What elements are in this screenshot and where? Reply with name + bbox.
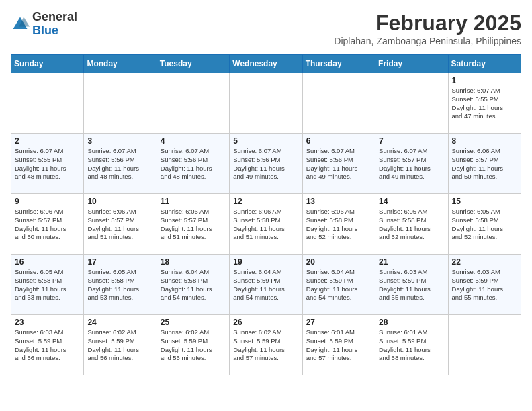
weekday-header: Saturday [448, 55, 521, 73]
day-info: Sunrise: 6:04 AM Sunset: 5:59 PM Dayligh… [233, 268, 298, 302]
day-info: Sunrise: 6:02 AM Sunset: 5:59 PM Dayligh… [233, 328, 298, 363]
day-info: Sunrise: 6:07 AM Sunset: 5:56 PM Dayligh… [233, 147, 298, 181]
day-number: 4 [161, 136, 226, 146]
day-number: 12 [233, 197, 298, 206]
calendar-cell [302, 73, 375, 134]
day-number: 20 [306, 257, 371, 267]
day-info: Sunrise: 6:03 AM Sunset: 5:59 PM Dayligh… [15, 328, 80, 363]
calendar-week-row: 1Sunrise: 6:07 AM Sunset: 5:55 PM Daylig… [11, 73, 521, 134]
calendar-cell: 15Sunrise: 6:05 AM Sunset: 5:58 PM Dayli… [448, 194, 521, 255]
calendar-cell [230, 73, 302, 134]
calendar-cell: 2Sunrise: 6:07 AM Sunset: 5:55 PM Daylig… [11, 134, 84, 194]
calendar-cell: 12Sunrise: 6:06 AM Sunset: 5:58 PM Dayli… [230, 194, 302, 255]
day-number: 14 [379, 197, 444, 206]
day-number: 17 [87, 257, 152, 267]
day-number: 18 [161, 257, 226, 267]
logo-text: General Blue [32, 11, 77, 38]
logo: General Blue [11, 11, 77, 38]
day-info: Sunrise: 6:01 AM Sunset: 5:59 PM Dayligh… [306, 328, 371, 363]
location: Diplahan, Zamboanga Peninsula, Philippin… [334, 36, 521, 46]
calendar-cell [375, 73, 448, 134]
calendar-week-row: 23Sunrise: 6:03 AM Sunset: 5:59 PM Dayli… [11, 315, 521, 375]
weekday-header: Monday [84, 55, 157, 73]
day-number: 1 [452, 76, 517, 85]
calendar-cell: 3Sunrise: 6:07 AM Sunset: 5:56 PM Daylig… [84, 134, 157, 194]
logo-blue: Blue [32, 24, 58, 37]
calendar-cell [84, 73, 157, 134]
calendar-cell: 9Sunrise: 6:06 AM Sunset: 5:57 PM Daylig… [11, 194, 84, 255]
calendar-cell [11, 73, 84, 134]
day-info: Sunrise: 6:06 AM Sunset: 5:58 PM Dayligh… [306, 208, 371, 242]
weekday-header-row: SundayMondayTuesdayWednesdayThursdayFrid… [11, 55, 521, 73]
title-block: February 2025 Diplahan, Zamboanga Penins… [334, 11, 521, 46]
calendar-week-row: 2Sunrise: 6:07 AM Sunset: 5:55 PM Daylig… [11, 134, 521, 194]
calendar-cell: 5Sunrise: 6:07 AM Sunset: 5:56 PM Daylig… [230, 134, 302, 194]
day-number: 23 [15, 318, 80, 327]
day-number: 24 [87, 318, 152, 327]
calendar-cell: 24Sunrise: 6:02 AM Sunset: 5:59 PM Dayli… [84, 315, 157, 375]
day-info: Sunrise: 6:03 AM Sunset: 5:59 PM Dayligh… [379, 268, 444, 302]
calendar-week-row: 16Sunrise: 6:05 AM Sunset: 5:58 PM Dayli… [11, 255, 521, 315]
day-number: 8 [452, 136, 517, 146]
day-info: Sunrise: 6:07 AM Sunset: 5:55 PM Dayligh… [452, 87, 517, 121]
day-number: 26 [233, 318, 298, 327]
calendar-week-row: 9Sunrise: 6:06 AM Sunset: 5:57 PM Daylig… [11, 194, 521, 255]
day-info: Sunrise: 6:06 AM Sunset: 5:57 PM Dayligh… [452, 147, 517, 181]
day-info: Sunrise: 6:06 AM Sunset: 5:58 PM Dayligh… [233, 208, 298, 242]
calendar-cell: 17Sunrise: 6:05 AM Sunset: 5:58 PM Dayli… [84, 255, 157, 315]
day-number: 15 [452, 197, 517, 206]
calendar-cell: 18Sunrise: 6:04 AM Sunset: 5:58 PM Dayli… [157, 255, 229, 315]
day-number: 9 [15, 197, 80, 206]
calendar-cell: 21Sunrise: 6:03 AM Sunset: 5:59 PM Dayli… [375, 255, 448, 315]
calendar-cell [157, 73, 229, 134]
weekday-header: Sunday [11, 55, 84, 73]
day-number: 27 [306, 318, 371, 327]
calendar-cell: 8Sunrise: 6:06 AM Sunset: 5:57 PM Daylig… [448, 134, 521, 194]
calendar-cell: 26Sunrise: 6:02 AM Sunset: 5:59 PM Dayli… [230, 315, 302, 375]
day-info: Sunrise: 6:05 AM Sunset: 5:58 PM Dayligh… [379, 208, 444, 242]
day-number: 16 [15, 257, 80, 267]
calendar-table: SundayMondayTuesdayWednesdayThursdayFrid… [11, 54, 521, 375]
calendar-cell [448, 315, 521, 375]
calendar-cell: 4Sunrise: 6:07 AM Sunset: 5:56 PM Daylig… [157, 134, 229, 194]
calendar-cell: 20Sunrise: 6:04 AM Sunset: 5:59 PM Dayli… [302, 255, 375, 315]
day-number: 7 [379, 136, 444, 146]
day-number: 13 [306, 197, 371, 206]
day-info: Sunrise: 6:07 AM Sunset: 5:56 PM Dayligh… [161, 147, 226, 181]
calendar-cell: 7Sunrise: 6:07 AM Sunset: 5:57 PM Daylig… [375, 134, 448, 194]
day-number: 22 [452, 257, 517, 267]
day-number: 19 [233, 257, 298, 267]
day-info: Sunrise: 6:04 AM Sunset: 5:59 PM Dayligh… [306, 268, 371, 302]
day-number: 25 [161, 318, 226, 327]
calendar-cell: 13Sunrise: 6:06 AM Sunset: 5:58 PM Dayli… [302, 194, 375, 255]
calendar-cell: 23Sunrise: 6:03 AM Sunset: 5:59 PM Dayli… [11, 315, 84, 375]
calendar-cell: 11Sunrise: 6:06 AM Sunset: 5:57 PM Dayli… [157, 194, 229, 255]
day-info: Sunrise: 6:02 AM Sunset: 5:59 PM Dayligh… [87, 328, 152, 363]
day-info: Sunrise: 6:07 AM Sunset: 5:56 PM Dayligh… [87, 147, 152, 181]
day-number: 28 [379, 318, 444, 327]
calendar-cell: 19Sunrise: 6:04 AM Sunset: 5:59 PM Dayli… [230, 255, 302, 315]
calendar-cell: 25Sunrise: 6:02 AM Sunset: 5:59 PM Dayli… [157, 315, 229, 375]
day-info: Sunrise: 6:07 AM Sunset: 5:56 PM Dayligh… [306, 147, 371, 181]
day-info: Sunrise: 6:04 AM Sunset: 5:58 PM Dayligh… [161, 268, 226, 302]
day-info: Sunrise: 6:05 AM Sunset: 5:58 PM Dayligh… [87, 268, 152, 302]
day-info: Sunrise: 6:06 AM Sunset: 5:57 PM Dayligh… [161, 208, 226, 242]
day-info: Sunrise: 6:06 AM Sunset: 5:57 PM Dayligh… [87, 208, 152, 242]
calendar-cell: 16Sunrise: 6:05 AM Sunset: 5:58 PM Dayli… [11, 255, 84, 315]
day-number: 10 [87, 197, 152, 206]
day-number: 2 [15, 136, 80, 146]
day-info: Sunrise: 6:07 AM Sunset: 5:55 PM Dayligh… [15, 147, 80, 181]
weekday-header: Wednesday [230, 55, 302, 73]
calendar-cell: 14Sunrise: 6:05 AM Sunset: 5:58 PM Dayli… [375, 194, 448, 255]
calendar-cell: 22Sunrise: 6:03 AM Sunset: 5:59 PM Dayli… [448, 255, 521, 315]
calendar-cell: 28Sunrise: 6:01 AM Sunset: 5:59 PM Dayli… [375, 315, 448, 375]
day-info: Sunrise: 6:05 AM Sunset: 5:58 PM Dayligh… [15, 268, 80, 302]
day-info: Sunrise: 6:07 AM Sunset: 5:57 PM Dayligh… [379, 147, 444, 181]
day-info: Sunrise: 6:06 AM Sunset: 5:57 PM Dayligh… [15, 208, 80, 242]
logo-general: General [32, 10, 77, 24]
day-number: 21 [379, 257, 444, 267]
day-number: 5 [233, 136, 298, 146]
day-info: Sunrise: 6:03 AM Sunset: 5:59 PM Dayligh… [452, 268, 517, 302]
calendar-cell: 6Sunrise: 6:07 AM Sunset: 5:56 PM Daylig… [302, 134, 375, 194]
calendar-cell: 1Sunrise: 6:07 AM Sunset: 5:55 PM Daylig… [448, 73, 521, 134]
